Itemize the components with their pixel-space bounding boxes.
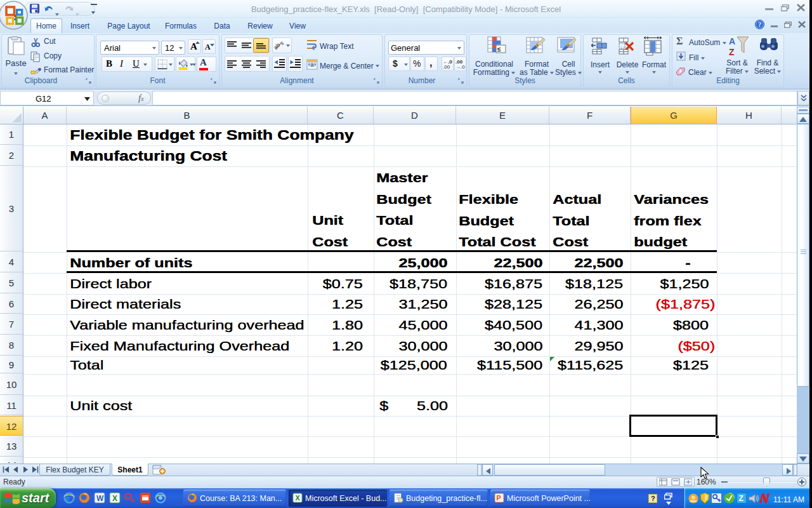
svg-text:?: ? bbox=[758, 21, 761, 28]
svg-text:a: a bbox=[310, 62, 313, 68]
svg-text:A: A bbox=[729, 36, 735, 46]
svg-text:P: P bbox=[497, 494, 501, 502]
svg-text:Z: Z bbox=[729, 47, 735, 57]
svg-text:ab: ab bbox=[274, 42, 281, 51]
svg-text:W: W bbox=[96, 494, 104, 503]
svg-text:X: X bbox=[112, 494, 117, 503]
svg-text:X: X bbox=[295, 494, 300, 502]
svg-text:Z: Z bbox=[739, 494, 743, 503]
svg-text:≤: ≤ bbox=[497, 46, 501, 53]
